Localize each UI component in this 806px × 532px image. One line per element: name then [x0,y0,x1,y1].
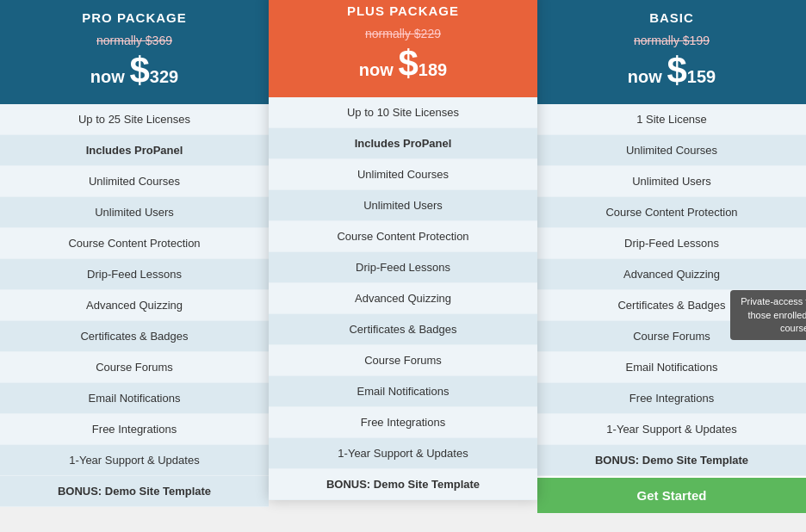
pro-feature-7: Advanced Quizzing [0,290,269,321]
plus-feature-4: Unlimited Users [269,190,537,221]
basic-features: 1 Site License Unlimited Courses Unlimit… [537,104,806,513]
basic-price-now: now [628,67,667,86]
basic-feature-10: Free Integrations [537,383,806,414]
plus-original-price: normally $229 [277,27,529,40]
plus-price: now $189 [277,44,529,84]
plan-plus: PLUS PACKAGE normally $229 now $189 Up t… [269,0,537,500]
pro-feature-5: Course Content Protection [0,228,269,259]
pro-price: now $329 [9,51,260,90]
basic-original-price: normally $199 [546,34,797,47]
plan-pro: PRO PACKAGE normally $369 now $329 Up to… [0,0,269,507]
basic-header: BASIC normally $199 now $159 [537,0,806,104]
pro-feature-bonus: BONUS: Demo Site Template [0,476,269,507]
plus-feature-8: Certificates & Badges [269,314,537,345]
basic-feature-1: 1 Site License [537,104,806,135]
plus-feature-9: Course Forums [269,345,537,376]
plus-feature-bonus: BONUS: Demo Site Template [269,469,537,500]
pro-features: Up to 25 Site Licenses Includes ProPanel… [0,104,269,507]
pro-plan-name: PRO PACKAGE [9,10,260,25]
pro-feature-1: Up to 25 Site Licenses [0,104,269,135]
pro-header: PRO PACKAGE normally $369 now $329 [0,0,269,104]
plus-feature-12: 1-Year Support & Updates [269,438,537,469]
pro-feature-11: Free Integrations [0,414,269,445]
basic-feature-5: Drip-Feed Lessons [537,228,806,259]
plan-basic: BASIC normally $199 now $159 1 Site Lice… [537,0,806,513]
plus-header: PLUS PACKAGE normally $229 now $189 [269,0,537,97]
pro-feature-8: Certificates & Badges [0,321,269,352]
plus-features: Up to 10 Site Licenses Includes ProPanel… [269,97,537,500]
plus-price-now: now [359,60,399,79]
basic-feature-7: Certificates & Badges Private-access for… [537,290,806,321]
basic-feature-7-text: Certificates & Badges [617,299,725,312]
basic-feature-2: Unlimited Courses [537,135,806,166]
basic-feature-6: Advanced Quizzing [537,259,806,290]
plus-feature-6: Drip-Feed Lessons [269,252,537,283]
basic-price: now $159 [546,51,797,90]
basic-cta-button[interactable]: Get Started [537,478,806,513]
pro-price-now: now [90,67,130,86]
pro-price-amount: 329 [150,67,178,86]
basic-price-amount: 159 [687,67,716,86]
pro-feature-6: Drip-Feed Lessons [0,259,269,290]
plus-price-amount: 189 [418,60,447,79]
basic-feature-3: Unlimited Users [537,166,806,197]
plus-feature-10: Email Notifications [269,376,537,407]
basic-feature-9: Email Notifications [537,352,806,383]
basic-feature-bonus: BONUS: Demo Site Template [537,445,806,476]
plus-plan-name: PLUS PACKAGE [277,3,529,18]
pro-feature-3: Unlimited Courses [0,166,269,197]
pro-feature-4: Unlimited Users [0,197,269,228]
plus-feature-7: Advanced Quizzing [269,283,537,314]
pro-feature-9: Course Forums [0,352,269,383]
pro-original-price: normally $369 [9,34,260,47]
pro-feature-12: 1-Year Support & Updates [0,445,269,476]
pricing-container: PRO PACKAGE normally $369 now $329 Up to… [0,0,806,513]
plus-feature-2: Includes ProPanel [269,128,537,159]
basic-plan-name: BASIC [546,10,797,25]
plus-feature-3: Unlimited Courses [269,159,537,190]
basic-feature-7-tooltip-wrapper: Certificates & Badges Private-access for… [617,299,725,312]
basic-feature-11: 1-Year Support & Updates [537,414,806,445]
tooltip-box: Private-access forums for those enrolled… [730,290,807,340]
plus-feature-5: Course Content Protection [269,221,537,252]
plus-feature-1: Up to 10 Site Licenses [269,97,537,128]
pro-feature-10: Email Notifications [0,383,269,414]
pro-feature-2: Includes ProPanel [0,135,269,166]
plus-feature-11: Free Integrations [269,407,537,438]
basic-feature-4: Course Content Protection [537,197,806,228]
